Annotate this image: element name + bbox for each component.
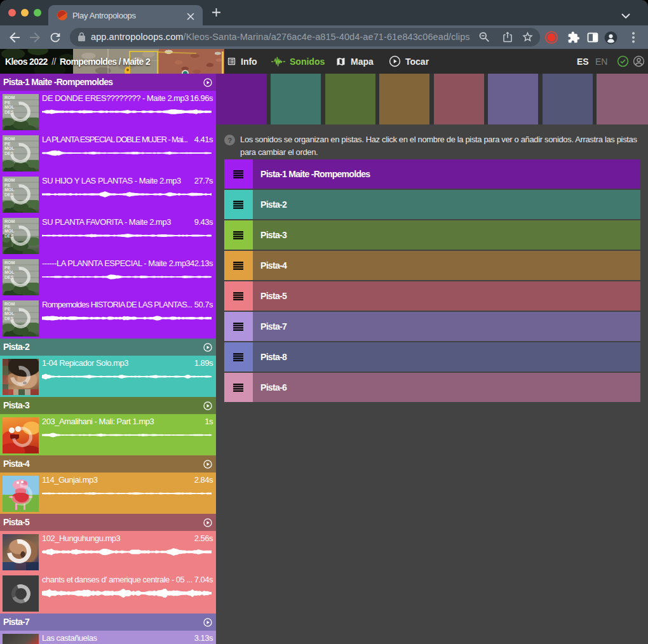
svg-text:?: ? bbox=[227, 137, 232, 144]
